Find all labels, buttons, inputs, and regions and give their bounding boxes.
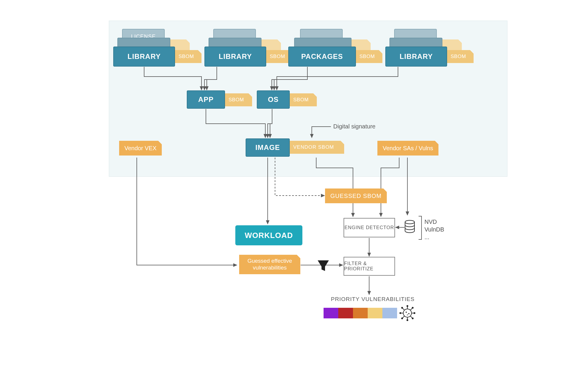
database-icon: [405, 220, 414, 233]
svg-point-13: [412, 307, 413, 308]
severity-info: [382, 308, 397, 318]
db-vulndb: VulnDB: [424, 226, 444, 233]
db-more: ...: [424, 233, 444, 241]
guessed-eff-line1: Guessed effective: [247, 258, 292, 264]
filter-prioritize-box: FILTER & PRIORITIZE: [344, 257, 395, 276]
priority-vulnerabilities-title: PRIORITY VULNERABILITIES: [331, 296, 414, 302]
vendor-sbom-tag: VENDOR SBOM: [290, 141, 344, 154]
library-front-box: LIBRARY: [204, 47, 266, 67]
svg-line-16: [410, 316, 412, 318]
db-nvd: NVD: [424, 218, 444, 226]
os-sbom-tag: SBOM: [290, 93, 317, 106]
svg-point-17: [412, 318, 413, 319]
diagram-canvas: LICENSE LIBRARY SBOM LIBRARY SBOM PACKAG…: [78, 18, 510, 339]
svg-point-9: [400, 312, 401, 314]
guessed-effective-vulns-tag: Guessed effective vulnerabilities: [239, 255, 300, 274]
app-sbom-tag: SBOM: [225, 93, 252, 106]
svg-line-14: [403, 316, 404, 318]
svg-point-0: [403, 309, 412, 317]
engine-detector-box: ENGINE DETECTOR: [344, 218, 395, 237]
image-box: IMAGE: [246, 138, 290, 157]
virus-icon: [400, 305, 415, 321]
svg-point-20: [405, 220, 414, 224]
svg-point-7: [407, 320, 408, 321]
sbom-tag: SBOM: [175, 50, 201, 63]
severity-high: [338, 308, 353, 318]
library-front-box: LIBRARY: [113, 47, 175, 67]
svg-point-15: [402, 318, 403, 319]
svg-point-11: [414, 312, 415, 314]
severity-critical: [324, 308, 338, 318]
svg-point-3: [407, 315, 408, 315]
guessed-eff-line2: vulnerabilities: [253, 264, 286, 271]
digital-signature-label: Digital signature: [333, 123, 375, 130]
svg-point-1: [406, 312, 407, 313]
app-box: APP: [187, 90, 225, 109]
sbom-tag: SBOM: [356, 50, 382, 63]
stack-library-2: LIBRARY SBOM: [204, 29, 266, 67]
workload-box: WORKLOAD: [235, 225, 302, 245]
library-front-box: LIBRARY: [385, 47, 447, 67]
stack-packages: PACKAGES SBOM: [288, 29, 356, 67]
os-box: OS: [257, 90, 290, 109]
stack-library-1: LICENSE LIBRARY SBOM: [113, 29, 175, 67]
svg-point-19: [402, 307, 403, 308]
severity-color-strip: [324, 308, 397, 318]
svg-point-5: [407, 305, 408, 307]
svg-line-12: [410, 308, 412, 310]
guessed-sbom-tag: GUESSED SBOM: [325, 188, 387, 203]
severity-low: [368, 308, 382, 318]
stack-library-4: LIBRARY SBOM: [385, 29, 447, 67]
severity-medium: [353, 308, 368, 318]
packages-front-box: PACKAGES: [288, 47, 356, 67]
vendor-sas-tag: Vendor SAs / Vulns: [377, 141, 439, 156]
sbom-tag: SBOM: [447, 50, 474, 63]
funnel-icon: [318, 260, 329, 271]
svg-line-18: [403, 308, 404, 310]
vendor-vex-tag: Vendor VEX: [119, 141, 162, 156]
svg-point-2: [408, 313, 409, 314]
db-sources-label: NVD VulnDB ...: [424, 218, 444, 241]
